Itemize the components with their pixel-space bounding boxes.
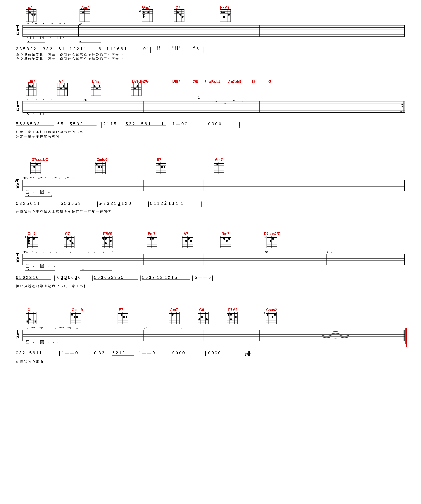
svg-point-415 bbox=[190, 240, 192, 242]
svg-text:3 3 2: 3 3 2 bbox=[43, 46, 52, 51]
svg-text:Am7: Am7 bbox=[81, 6, 89, 9]
svg-text:F7M9: F7M9 bbox=[228, 308, 237, 312]
svg-text:×: × bbox=[48, 341, 50, 343]
svg-text:×: × bbox=[36, 251, 37, 253]
svg-text:你 懂   我 的 心 事   不 知  天 上 宫  阙 : 你 懂 我 的 心 事 不 知 天 上 宫 阙 今 夕 是 何 年 一 万 年 … bbox=[16, 210, 111, 214]
svg-point-535 bbox=[76, 316, 78, 318]
svg-text:今 夕  是 何 年  爱 是   一  万 年 一 瞬 间: 今 夕 是 何 年 爱 是 一 万 年 一 瞬 间 什 么 都 不 会 变 我 … bbox=[16, 53, 123, 57]
svg-text:24: 24 bbox=[79, 22, 82, 25]
svg-point-262 bbox=[33, 166, 35, 168]
svg-text:Csus2: Csus2 bbox=[266, 308, 277, 312]
svg-point-364 bbox=[28, 238, 30, 240]
svg-text:注 定 一 辈 子 不 枉                 : 注 定 一 辈 子 不 枉 聚 散 有 时 bbox=[16, 135, 59, 138]
svg-text:44: 44 bbox=[144, 327, 147, 330]
svg-text:Am7: Am7 bbox=[170, 308, 178, 312]
svg-point-37 bbox=[143, 16, 145, 18]
svg-text:A7: A7 bbox=[58, 79, 63, 83]
svg-text:B: B bbox=[17, 107, 19, 112]
section-3: 2. D7sus2/G Cadd9 E7 Am7 bbox=[14, 157, 407, 222]
svg-text:6 5 6 2 2 1  6: 6 5 6 2 2 1 6 bbox=[16, 275, 38, 280]
svg-point-185 bbox=[134, 88, 136, 89]
svg-point-330 bbox=[28, 195, 29, 196]
svg-text:×: × bbox=[27, 327, 29, 329]
svg-text:×: × bbox=[50, 98, 52, 101]
svg-point-414 bbox=[188, 238, 189, 240]
svg-point-163 bbox=[65, 88, 67, 89]
svg-text:3/5: 3/5 bbox=[400, 111, 404, 114]
svg-text:×: × bbox=[53, 341, 54, 343]
svg-text:×: × bbox=[33, 176, 34, 179]
svg-point-546 bbox=[121, 314, 122, 316]
section-1-svg: E7 Am7 Gm7 2 bbox=[14, 5, 407, 69]
section-5-svg: G Cadd9 E7 Am7 G6 F7M9 Csus2 2 bbox=[14, 307, 407, 376]
svg-point-49 bbox=[177, 12, 179, 13]
svg-point-10 bbox=[29, 12, 31, 13]
section-4-svg: Gm7 2 C7 F7M9 Em7 A7 Dm7 D7sus2/G ×× bbox=[14, 231, 407, 298]
svg-point-365 bbox=[28, 240, 30, 242]
svg-text:×: × bbox=[57, 341, 59, 343]
svg-point-522 bbox=[26, 321, 28, 323]
section-2-svg: Em7 A7 Dm7 D7sus2/G Dm7 C/E Fmaj7add1 Am… bbox=[14, 78, 407, 148]
svg-point-595 bbox=[274, 314, 276, 316]
svg-text:i̊ i̊: i̊ i̊ bbox=[156, 46, 160, 51]
svg-text:Bb: Bb bbox=[252, 80, 256, 83]
music-page: E7 Am7 Gm7 2 bbox=[9, 0, 412, 390]
svg-text:D7sus2/G: D7sus2/G bbox=[132, 79, 149, 83]
svg-text:A7: A7 bbox=[184, 232, 188, 235]
svg-text:0  0  0  0: 0 0 0 0 bbox=[172, 351, 185, 355]
svg-text:6 1: 6 1 bbox=[58, 46, 64, 51]
svg-text:×: × bbox=[331, 251, 332, 253]
svg-text:↑: ↑ bbox=[242, 100, 244, 105]
svg-text:今 夕  是 何 年  爱 是   一  万 年 一 瞬 间: 今 夕 是 何 年 爱 是 一 万 年 一 瞬 间 什 么 都 不 会 变 我 … bbox=[16, 57, 123, 60]
svg-point-593 bbox=[267, 314, 268, 316]
svg-point-174 bbox=[96, 88, 98, 89]
svg-text:32: 32 bbox=[23, 177, 26, 180]
svg-text:×: × bbox=[43, 251, 44, 253]
svg-text:×: × bbox=[49, 36, 51, 39]
svg-point-62 bbox=[221, 12, 222, 13]
svg-text:×: × bbox=[64, 22, 65, 25]
svg-point-379 bbox=[72, 242, 74, 244]
svg-text:Cadd9: Cadd9 bbox=[72, 308, 83, 312]
svg-point-594 bbox=[272, 316, 274, 318]
svg-point-581 bbox=[230, 314, 232, 316]
svg-point-151 bbox=[31, 85, 33, 87]
svg-text:1 2 1 1 5: 1 2 1 1 5 bbox=[100, 122, 116, 126]
svg-text:0 3 2 1 5 6 1·1: 0 3 2 1 5 6 1·1 bbox=[16, 351, 42, 355]
svg-text:5 6 1·: 5 6 1· bbox=[141, 122, 152, 126]
section-5: G Cadd9 E7 Am7 G6 F7M9 Csus2 2 bbox=[14, 307, 407, 376]
svg-text:↓: ↓ bbox=[215, 98, 218, 103]
svg-text:i̊ i̊ i̊ i̊: i̊ i̊ i̊ i̊ bbox=[172, 46, 180, 51]
svg-text:Gm7: Gm7 bbox=[142, 6, 150, 9]
svg-point-65 bbox=[228, 14, 230, 16]
svg-point-150 bbox=[29, 85, 31, 87]
svg-text:1: 1 bbox=[161, 122, 164, 126]
svg-text:0 1: 0 1 bbox=[143, 46, 149, 51]
svg-text:F7M9: F7M9 bbox=[103, 232, 112, 235]
svg-text:F7M9: F7M9 bbox=[220, 6, 229, 9]
section-1: E7 Am7 Gm7 2 bbox=[14, 5, 407, 69]
svg-point-175 bbox=[98, 85, 100, 87]
svg-point-103 bbox=[28, 41, 29, 42]
svg-point-568 bbox=[199, 318, 200, 320]
svg-text:×: × bbox=[49, 251, 51, 253]
svg-text:0.  3 3: 0. 3 3 bbox=[94, 351, 104, 355]
svg-text:5 5 3 6 5 3 3  5 5: 5 5 3 6 5 3 3 5 5 bbox=[94, 275, 123, 280]
svg-point-50 bbox=[179, 14, 181, 16]
svg-text:×: × bbox=[76, 327, 78, 329]
svg-text:Em7: Em7 bbox=[28, 79, 35, 83]
svg-text:G6: G6 bbox=[199, 308, 204, 312]
svg-text:5 5 3 2·  1 2·  1 2 1 5: 5 5 3 2· 1 2· 1 2 1 5 bbox=[142, 275, 177, 280]
svg-text:0 3̲  3̲ 6 6  3̲ 6: 0 3̲ 3̲ 6 6 3̲ 6 bbox=[57, 275, 80, 280]
svg-text:×: × bbox=[112, 250, 113, 252]
svg-text:36: 36 bbox=[23, 251, 26, 254]
svg-text:×: × bbox=[34, 326, 35, 329]
svg-point-162 bbox=[63, 85, 65, 87]
svg-text:2: 2 bbox=[264, 312, 265, 315]
svg-point-391 bbox=[105, 242, 107, 244]
svg-text:5 5 3 6 5 3 3: 5 5 3 6 5 3 3 bbox=[16, 122, 40, 126]
svg-text:G: G bbox=[28, 308, 31, 312]
svg-point-173 bbox=[94, 85, 96, 87]
svg-point-12 bbox=[34, 14, 36, 16]
svg-text:Dm7: Dm7 bbox=[172, 79, 180, 83]
